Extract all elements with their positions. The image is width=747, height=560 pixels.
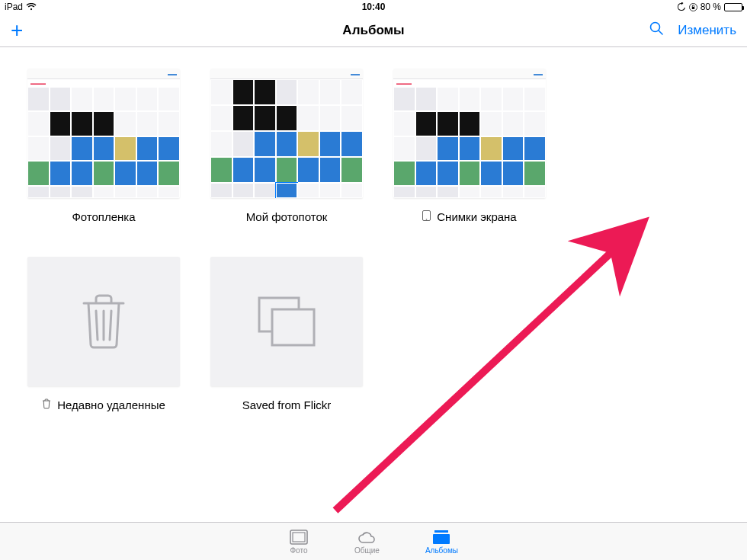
album-saved-from-flickr[interactable]: Saved from Flickr [210,257,363,411]
album-thumbnail: ▬▬ ▬▬▬▬ [393,69,546,198]
svg-line-8 [110,311,111,340]
svg-rect-10 [272,309,314,345]
svg-rect-13 [434,530,448,533]
albums-grid: ▬▬ ▬▬▬▬ Фотопленка ▬▬ [27,69,720,411]
album-label: Недавно удаленные [42,398,165,411]
device-icon [422,210,431,223]
album-label: Фотопленка [72,210,135,223]
svg-rect-1 [691,7,694,9]
album-thumbnail: ▬▬ ▬▬▬▬ [27,69,180,198]
album-label: Мой фотопоток [246,210,328,223]
svg-rect-14 [433,534,450,544]
stack-icon [257,296,316,347]
tab-label: Общие [354,546,380,555]
battery-percent: 80 % [701,2,721,12]
battery-icon [724,3,742,11]
trash-mini-icon [42,398,51,411]
svg-point-5 [426,219,428,220]
status-left: iPad [5,2,37,12]
photos-icon [289,529,309,546]
tab-label: Фото [290,546,308,555]
status-right: 80 % [677,2,742,12]
tab-albums[interactable]: Альбомы [425,529,458,555]
add-button[interactable]: + [11,20,23,41]
album-label: Saved from Flickr [242,398,332,411]
tab-bar: Фото Общие Альбомы [0,522,747,560]
edit-button[interactable]: Изменить [678,23,736,38]
status-time: 10:40 [362,2,386,12]
nav-bar: + Альбомы Изменить [0,14,747,47]
sync-icon [677,2,686,11]
album-thumbnail [27,257,180,386]
cloud-icon [357,529,377,546]
album-thumbnail: ▬▬ [210,69,363,198]
album-label: Снимки экрана [422,210,516,223]
status-bar: iPad 10:40 80 % [0,0,747,14]
album-photostream[interactable]: ▬▬ Мой фотопоток [210,69,363,223]
search-icon[interactable] [649,21,664,40]
svg-rect-12 [293,533,305,542]
device-label: iPad [5,2,23,12]
svg-line-6 [96,311,98,340]
nav-right: Изменить [649,21,736,40]
album-label-text: Недавно удаленные [57,398,165,411]
album-camera-roll[interactable]: ▬▬ ▬▬▬▬ Фотопленка [27,69,180,223]
tab-shared[interactable]: Общие [354,529,380,555]
page-title: Альбомы [342,23,404,38]
content: ▬▬ ▬▬▬▬ Фотопленка ▬▬ [0,47,747,433]
tab-photos[interactable]: Фото [289,529,309,555]
album-label-text: Снимки экрана [437,210,516,223]
album-thumbnail [210,257,363,386]
svg-line-3 [659,30,663,34]
tab-label: Альбомы [425,546,458,555]
wifi-icon [26,3,37,11]
nav-left: + [11,20,23,41]
albums-icon [431,529,451,546]
album-screenshots[interactable]: ▬▬ ▬▬▬▬ Снимки экрана [393,69,546,223]
orientation-lock-icon [689,3,697,11]
album-recently-deleted[interactable]: Недавно удаленные [27,257,180,411]
trash-icon [79,293,128,350]
